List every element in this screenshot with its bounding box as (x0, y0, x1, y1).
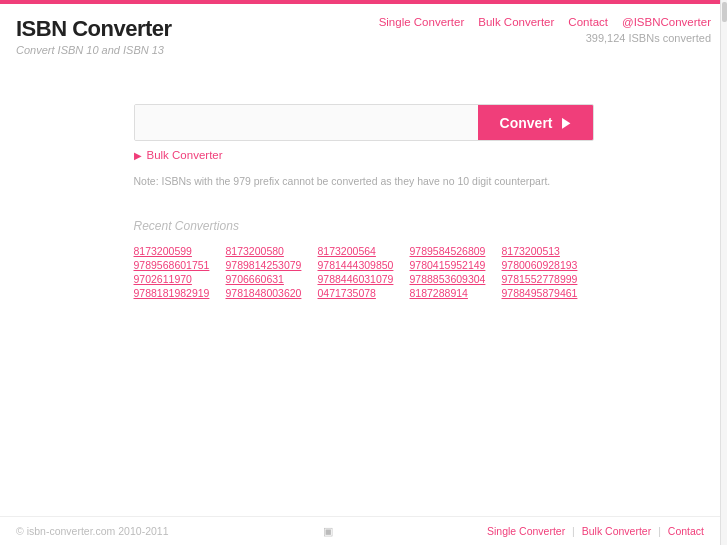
footer-sep-1: | (572, 525, 578, 537)
recent-item[interactable]: 9780415952149 (410, 259, 502, 271)
footer-sep-2: | (658, 525, 664, 537)
isbn-input[interactable] (135, 105, 478, 140)
header-left: ISBN Converter Convert ISBN 10 and ISBN … (16, 16, 172, 56)
recent-item[interactable]: 8173200580 (226, 245, 318, 257)
site-title: ISBN Converter (16, 16, 172, 42)
converter-note: Note: ISBNs with the 979 prefix cannot b… (134, 175, 594, 187)
recent-item[interactable]: 8173200599 (134, 245, 226, 257)
recent-item[interactable]: 9789584526809 (410, 245, 502, 257)
recent-item[interactable]: 8187288914 (410, 287, 502, 299)
footer-contact[interactable]: Contact (668, 525, 704, 537)
recent-item[interactable]: 9789814253079 (226, 259, 318, 271)
recent-grid: 8173200599817320058081732005649789584526… (134, 245, 594, 299)
header: ISBN Converter Convert ISBN 10 and ISBN … (0, 4, 727, 64)
footer-bulk-converter[interactable]: Bulk Converter (582, 525, 651, 537)
recent-section: Recent Convertions 817320059981732005808… (134, 219, 594, 299)
nav-contact[interactable]: Contact (568, 16, 608, 28)
recent-item[interactable]: 9788853609304 (410, 273, 502, 285)
site-subtitle: Convert ISBN 10 and ISBN 13 (16, 44, 172, 56)
bulk-converter-link[interactable]: ▶ Bulk Converter (134, 149, 223, 161)
bulk-converter-label: Bulk Converter (147, 149, 223, 161)
header-right: Single Converter Bulk Converter Contact … (379, 16, 711, 44)
bulk-arrow-icon: ▶ (134, 150, 142, 161)
recent-item[interactable]: 9781848003620 (226, 287, 318, 299)
recent-item[interactable]: 9788446031079 (318, 273, 410, 285)
footer: © isbn-converter.com 2010-2011 ▣ Single … (0, 516, 720, 545)
recent-item[interactable]: 9789568601751 (134, 259, 226, 271)
convert-label: Convert (500, 115, 553, 131)
recent-item[interactable]: 8173200564 (318, 245, 410, 257)
stats-counter: 399,124 ISBNs converted (586, 32, 711, 44)
nav-bulk-converter[interactable]: Bulk Converter (478, 16, 554, 28)
recent-item[interactable]: 9706660631 (226, 273, 318, 285)
nav-links: Single Converter Bulk Converter Contact … (379, 16, 711, 28)
main-content: Convert ▶ ▶ Bulk Converter Note: ISBNs w… (0, 64, 727, 319)
recent-item[interactable]: 9788181982919 (134, 287, 226, 299)
recent-item[interactable]: 9780060928193 (502, 259, 594, 271)
convert-arrow-icon: ▶ (562, 115, 570, 130)
footer-links: Single Converter | Bulk Converter | Cont… (487, 525, 704, 537)
recent-item[interactable]: 9702611970 (134, 273, 226, 285)
recent-item[interactable]: 0471735078 (318, 287, 410, 299)
nav-single-converter[interactable]: Single Converter (379, 16, 465, 28)
footer-copyright: © isbn-converter.com 2010-2011 (16, 525, 169, 537)
convert-button[interactable]: Convert ▶ (478, 105, 593, 140)
recent-item[interactable]: 8173200513 (502, 245, 594, 257)
recent-item[interactable]: 9781552778999 (502, 273, 594, 285)
recent-item[interactable]: 9788495879461 (502, 287, 594, 299)
recent-item[interactable]: 9781444309850 (318, 259, 410, 271)
footer-icon: ▣ (323, 525, 333, 537)
converter-box: Convert ▶ ▶ Bulk Converter Note: ISBNs w… (134, 104, 594, 187)
footer-single-converter[interactable]: Single Converter (487, 525, 565, 537)
scrollbar-thumb[interactable] (722, 2, 727, 22)
scrollbar[interactable] (720, 0, 727, 545)
recent-title: Recent Convertions (134, 219, 594, 233)
input-row: Convert ▶ (134, 104, 594, 141)
nav-twitter[interactable]: @ISBNConverter (622, 16, 711, 28)
